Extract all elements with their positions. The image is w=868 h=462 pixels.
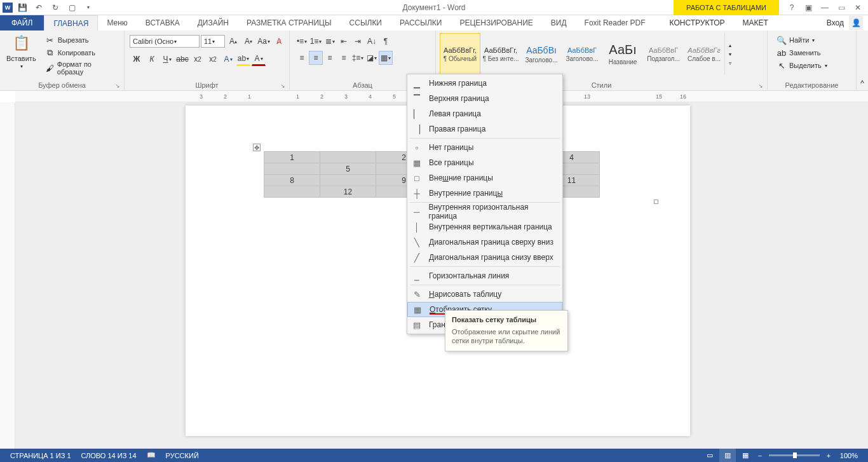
- sort-button[interactable]: A↓: [365, 34, 379, 48]
- undo-button[interactable]: ↶: [32, 1, 46, 15]
- tab-view[interactable]: ВИД: [542, 15, 576, 31]
- multilevel-button[interactable]: ≣▾: [323, 34, 337, 48]
- shrink-font-button[interactable]: A▾: [241, 34, 255, 48]
- style-subtle-emphasis[interactable]: АаБбВвГгСлабое в...: [684, 33, 724, 75]
- highlight-button[interactable]: ab▾: [236, 52, 250, 66]
- grow-font-button[interactable]: A▴: [226, 34, 240, 48]
- table-cell[interactable]: [320, 152, 376, 163]
- zoom-in-button[interactable]: +: [824, 452, 834, 459]
- read-mode-button[interactable]: ▭: [702, 449, 718, 462]
- increase-indent-button[interactable]: ⇥: [351, 34, 365, 48]
- border-inside-h-item[interactable]: ─Внутренняя горизонтальная граница: [407, 204, 562, 219]
- style-normal[interactable]: АаБбВвГг,¶ Обычный: [440, 33, 480, 75]
- gallery-scroll[interactable]: ▴▾▿: [724, 33, 735, 75]
- italic-button[interactable]: К: [145, 52, 159, 66]
- new-button[interactable]: ▢: [65, 1, 79, 15]
- bold-button[interactable]: Ж: [130, 52, 144, 66]
- tab-review[interactable]: РЕЦЕНЗИРОВАНИЕ: [451, 15, 541, 31]
- align-left-button[interactable]: ≡: [295, 51, 309, 65]
- line-spacing-button[interactable]: ‡≡▾: [351, 51, 365, 65]
- style-subtitle[interactable]: АаБбВвГПодзагол...: [643, 33, 684, 75]
- redo-button[interactable]: ↻: [48, 1, 62, 15]
- tab-home[interactable]: ГЛАВНАЯ: [44, 15, 98, 31]
- format-painter-button[interactable]: 🖌Формат по образцу: [43, 60, 119, 76]
- tab-mailings[interactable]: РАССЫЛКИ: [391, 15, 451, 31]
- dialog-launcher-icon[interactable]: ↘: [280, 83, 285, 89]
- border-left-item[interactable]: ▏Левая граница: [407, 106, 562, 121]
- proofing-icon[interactable]: 📖: [142, 451, 161, 459]
- vertical-ruler[interactable]: [0, 102, 15, 449]
- language-status[interactable]: РУССКИЙ: [161, 452, 204, 459]
- table-cell[interactable]: 5: [320, 163, 376, 175]
- select-button[interactable]: ↖Выделить▾: [774, 60, 830, 71]
- clear-formatting-button[interactable]: A̷: [272, 34, 286, 48]
- table-cell[interactable]: [264, 186, 320, 198]
- font-color-button[interactable]: A▾: [252, 52, 266, 66]
- table-cell[interactable]: [264, 163, 320, 175]
- qat-customize[interactable]: ▾: [81, 1, 95, 15]
- zoom-level[interactable]: 100%: [835, 452, 863, 459]
- tab-page-layout[interactable]: РАЗМЕТКА СТРАНИЦЫ: [238, 15, 341, 31]
- collapse-ribbon-button[interactable]: ^: [857, 31, 868, 90]
- draw-table-item[interactable]: ✎Нарисовать таблицу: [407, 287, 562, 302]
- tab-design[interactable]: ДИЗАЙН: [189, 15, 238, 31]
- save-button[interactable]: 💾: [15, 1, 29, 15]
- table-cell[interactable]: 8: [264, 175, 320, 186]
- change-case-button[interactable]: Aa▾: [257, 34, 271, 48]
- tab-insert[interactable]: ВСТАВКА: [137, 15, 189, 31]
- border-inside-item[interactable]: ┼Внутренние границы: [407, 186, 562, 201]
- close-button[interactable]: ✕: [850, 1, 865, 15]
- style-no-spacing[interactable]: АаБбВвГг,¶ Без инте...: [480, 33, 521, 75]
- zoom-out-button[interactable]: −: [755, 452, 765, 459]
- user-icon[interactable]: 👤: [849, 16, 863, 30]
- tab-foxit[interactable]: Foxit Reader PDF: [576, 15, 654, 31]
- copy-button[interactable]: ⧉Копировать: [43, 47, 119, 58]
- chevron-up-icon[interactable]: ▴: [725, 41, 735, 50]
- chevron-down-icon[interactable]: ▾: [725, 50, 735, 58]
- find-button[interactable]: 🔍Найти▾: [774, 34, 830, 46]
- page-status[interactable]: СТРАНИЦА 1 ИЗ 1: [5, 452, 76, 459]
- strikethrough-button[interactable]: abc: [175, 52, 189, 66]
- borders-button[interactable]: ▦▾: [379, 51, 393, 65]
- border-bottom-item[interactable]: ▁Нижняя граница: [407, 76, 562, 91]
- web-layout-button[interactable]: ▦: [737, 449, 754, 462]
- paste-button[interactable]: 📋 Вставить ▾: [3, 32, 40, 71]
- border-diag-down-item[interactable]: ╲Диагональная граница сверху вниз: [407, 234, 562, 250]
- cut-button[interactable]: ✂Вырезать: [43, 34, 119, 46]
- justify-button[interactable]: ≡: [337, 51, 351, 65]
- dialog-launcher-icon[interactable]: ↘: [758, 83, 763, 89]
- font-size-combo[interactable]: 11▾: [201, 35, 225, 48]
- print-layout-button[interactable]: ▥: [719, 449, 736, 462]
- minimize-button[interactable]: —: [817, 1, 832, 15]
- border-inside-v-item[interactable]: │Внутренняя вертикальная граница: [407, 219, 562, 234]
- word-count[interactable]: СЛОВО 14 ИЗ 14: [76, 452, 142, 459]
- underline-button[interactable]: Ч▾: [160, 52, 174, 66]
- tab-table-design[interactable]: КОНСТРУКТОР: [661, 15, 734, 31]
- border-right-item[interactable]: ▕Правая граница: [407, 121, 562, 137]
- tab-menu[interactable]: Меню: [98, 15, 136, 31]
- border-all-item[interactable]: ▦Все границы: [407, 155, 562, 170]
- dialog-launcher-icon[interactable]: ↘: [115, 83, 120, 89]
- styles-gallery[interactable]: АаБбВвГг,¶ Обычный АаБбВвГг,¶ Без инте..…: [438, 32, 736, 76]
- decrease-indent-button[interactable]: ⇤: [337, 34, 351, 48]
- maximize-button[interactable]: ▭: [834, 1, 849, 15]
- more-icon[interactable]: ▿: [725, 58, 735, 67]
- superscript-button[interactable]: x2: [206, 52, 220, 66]
- align-center-button[interactable]: ≡: [309, 51, 323, 65]
- sign-in-link[interactable]: Вход: [827, 18, 844, 27]
- zoom-slider[interactable]: [769, 454, 820, 456]
- zoom-thumb[interactable]: [793, 452, 797, 458]
- table-cell[interactable]: [320, 175, 376, 186]
- tab-file[interactable]: ФАЙЛ: [0, 15, 44, 31]
- table-move-handle[interactable]: ✥: [253, 144, 261, 151]
- align-right-button[interactable]: ≡: [323, 51, 337, 65]
- subscript-button[interactable]: x2: [191, 52, 205, 66]
- help-button[interactable]: ?: [784, 1, 799, 15]
- horizontal-line-item[interactable]: ⎯Горизонтальная линия: [407, 268, 562, 283]
- table-cell[interactable]: 1: [264, 152, 320, 163]
- border-top-item[interactable]: ▔Верхняя граница: [407, 91, 562, 106]
- border-outside-item[interactable]: □Внешние границы: [407, 170, 562, 186]
- ribbon-display-button[interactable]: ▣: [801, 1, 816, 15]
- shading-button[interactable]: ◪▾: [365, 51, 379, 65]
- font-name-combo[interactable]: Calibri (Осно▾: [130, 35, 200, 48]
